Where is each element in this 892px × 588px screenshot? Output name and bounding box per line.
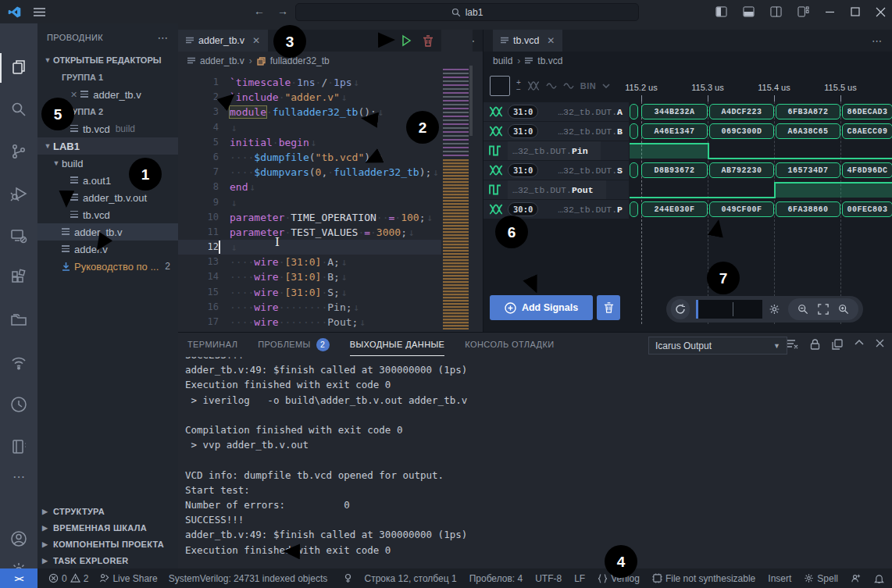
wifi-signal-icon[interactable] (0, 347, 37, 378)
tree-item-adder_tb.v.out[interactable]: adder_tb.v.out (37, 189, 178, 206)
timeline-label: 115.4 us (743, 83, 805, 92)
zoom-in-icon[interactable] (838, 304, 849, 315)
nav-back-icon[interactable]: ← (254, 5, 265, 17)
time-range-input[interactable] (696, 300, 762, 319)
account-icon[interactable] (0, 523, 37, 554)
feedback-icon[interactable] (851, 573, 862, 583)
sidebar-section-компоненты-проекта[interactable]: ▶КОМПОНЕНТЫ ПРОЕКТА (37, 536, 178, 552)
port-icon[interactable] (344, 573, 352, 583)
window-maximize-icon[interactable] (851, 7, 860, 16)
source-control-icon[interactable] (0, 136, 37, 167)
notifications-bell-icon[interactable] (874, 573, 884, 584)
extensions-icon[interactable] (0, 262, 37, 294)
zoom-fit-icon[interactable] (818, 304, 829, 315)
tree-item-a.out1[interactable]: a.out1 (37, 172, 178, 189)
more-actions-icon[interactable]: ⋯ (0, 461, 37, 492)
breadcrumb-folder[interactable]: build (493, 55, 512, 66)
live-share-status[interactable]: Live Share (99, 573, 157, 584)
toggle-sidebar-icon[interactable] (715, 6, 727, 17)
zoom-out-icon[interactable] (797, 304, 808, 315)
synthesizable-status[interactable]: File not synthesizable (652, 573, 755, 584)
bus-format-icon[interactable] (527, 81, 540, 91)
encoding-status[interactable]: UTF-8 (535, 573, 562, 584)
cursor-position-status[interactable]: Строка 12, столбец 1 (365, 573, 457, 584)
tab-close-icon[interactable]: ✕ (252, 35, 260, 46)
notebook-icon[interactable] (0, 431, 37, 462)
explorer-icon[interactable] (0, 52, 37, 83)
lock-icon[interactable] (810, 339, 820, 350)
tab-close-icon[interactable]: ✕ (547, 35, 555, 46)
sidebar-section-task-explorer[interactable]: ▶TASK EXPLORER (37, 552, 178, 568)
panel-tab-проблемы[interactable]: ПРОБЛЕМЫ2 (258, 333, 329, 356)
tree-item--[interactable]: ▼ОТКРЫТЫЕ РЕДАКТОРЫ (37, 52, 178, 69)
editor-scrollbar-thumb[interactable] (469, 66, 473, 136)
spell-status[interactable]: Spell (804, 573, 838, 584)
tree-item-adder_tb.v[interactable]: adder_tb.v (37, 223, 178, 241)
color-swatch[interactable] (490, 76, 510, 96)
search-sidebar-icon[interactable] (0, 94, 37, 125)
wave-more-icon[interactable]: ⋯ (872, 35, 892, 47)
indentation-status[interactable]: Пробелов: 4 (469, 573, 523, 584)
run-debug-icon[interactable] (0, 178, 37, 209)
toggle-secondary-sidebar-icon[interactable] (770, 6, 782, 17)
run-play-icon[interactable] (400, 34, 412, 47)
chevron-down-icon[interactable] (602, 84, 610, 88)
tree-item-adder_tb.v[interactable]: ✕adder_tb.v (37, 86, 178, 103)
clear-output-icon[interactable] (787, 339, 798, 349)
tree-item-tb.vcd[interactable]: tb.vcd (37, 206, 178, 223)
breadcrumb-file[interactable]: tb.vcd (537, 55, 562, 66)
radix-select[interactable]: BIN (580, 81, 596, 91)
command-search-box[interactable]: lab1 (295, 3, 639, 21)
output-channel-dropdown[interactable]: Icarus Output ▼ (648, 337, 787, 355)
tree-item-tb.vcd[interactable]: tb.vcdbuild (37, 120, 178, 137)
panel-tab-терминал[interactable]: ТЕРМИНАЛ (187, 333, 237, 356)
trash-icon[interactable] (423, 35, 434, 47)
zoom-out-mini-button[interactable]: − (516, 86, 521, 93)
language-mode-status[interactable]: Verilog (598, 573, 640, 584)
panel-tab-label: ТЕРМИНАЛ (187, 340, 237, 349)
analog-wave2-icon[interactable] (563, 82, 574, 90)
analog-wave-icon[interactable] (546, 82, 557, 90)
tree-item--1[interactable]: ГРУППА 1 (37, 69, 178, 86)
terminal-output[interactable]: SUCCESS!!!adder_tb.v:49: $finish called … (185, 357, 880, 565)
panel-tab-выходные-данные[interactable]: ВЫХОДНЫЕ ДАННЫЕ (350, 333, 445, 356)
sidebar-section-структура[interactable]: ▶СТРУКТУРА (37, 503, 178, 519)
indexer-status[interactable]: SystemVerilog: 24731 indexed objects (169, 573, 327, 584)
breadcrumb-file[interactable]: adder_tb.v (200, 55, 244, 66)
open-in-editor-icon[interactable] (832, 339, 843, 350)
add-signals-button[interactable]: Add Signals (490, 295, 593, 320)
folder-view-icon[interactable] (0, 305, 37, 336)
remote-explorer-icon[interactable] (0, 220, 37, 251)
problems-status[interactable]: 0 2 (48, 573, 88, 584)
customize-layout-icon[interactable] (797, 6, 809, 17)
close-icon[interactable]: ✕ (70, 90, 77, 100)
close-panel-icon[interactable] (876, 339, 884, 347)
wave-delete-button[interactable] (597, 295, 620, 320)
insert-mode-status[interactable]: Insert (768, 573, 791, 584)
code-editor[interactable]: 1`timescale·1ns·/·1ps↓2`include·"adder.v… (178, 72, 441, 335)
window-minimize-icon[interactable] (825, 7, 835, 17)
breadcrumb-symbol[interactable]: fulladder32_tb (270, 55, 330, 66)
nav-forward-icon[interactable]: → (277, 5, 288, 17)
wave-settings-gear-icon[interactable] (769, 303, 780, 315)
toggle-panel-icon[interactable] (743, 6, 755, 17)
eol-status[interactable]: LF (574, 573, 585, 584)
versions-clock-icon[interactable] (0, 389, 37, 420)
tree-item-lab1[interactable]: ▼LAB1 (37, 137, 178, 155)
panel-tabs: ТЕРМИНАЛПРОБЛЕМЫ2ВЫХОДНЫЕ ДАННЫЕКОНСОЛЬ … (187, 333, 555, 356)
tree-item-adder.v[interactable]: adder.v (37, 241, 178, 258)
tab-tb-vcd[interactable]: tb.vcd ✕ (493, 30, 562, 52)
explorer-more-icon[interactable]: ⋯ (158, 31, 169, 44)
maximize-panel-icon[interactable] (855, 339, 864, 345)
panel-tab-консоль-отладки[interactable]: КОНСОЛЬ ОТЛАДКИ (465, 333, 554, 356)
tree-item-build[interactable]: ▼build (37, 155, 178, 172)
tree-item--2[interactable]: ГРУППА 2 (37, 103, 178, 120)
minimap[interactable] (441, 30, 473, 332)
remote-indicator[interactable]: >< (0, 568, 37, 588)
sidebar-section-временная-шкала[interactable]: ▶ВРЕМЕННАЯ ШКАЛА (37, 519, 178, 536)
window-close-icon[interactable] (876, 7, 886, 17)
refresh-button[interactable] (671, 299, 690, 319)
tree-item--...[interactable]: Руководство по ...2 (37, 258, 178, 275)
tab-adder-tb[interactable]: adder_tb.v ✕ (178, 30, 268, 52)
menu-hamburger-icon[interactable] (34, 7, 45, 17)
